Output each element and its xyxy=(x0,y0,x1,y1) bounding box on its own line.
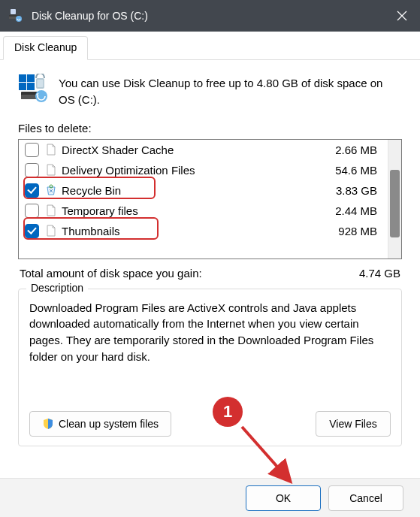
svg-rect-3 xyxy=(11,9,16,14)
tab-row: Disk Cleanup xyxy=(0,32,420,60)
tab-disk-cleanup[interactable]: Disk Cleanup xyxy=(3,36,88,60)
close-button[interactable] xyxy=(384,0,420,32)
files-to-delete-label: Files to delete: xyxy=(18,122,402,135)
file-icon xyxy=(45,204,57,216)
file-row[interactable]: DirectX Shader Cache 2.66 MB xyxy=(19,140,388,160)
svg-rect-7 xyxy=(19,83,26,90)
file-row[interactable]: Thumbnails 928 MB xyxy=(19,221,388,241)
svg-rect-13 xyxy=(38,80,44,87)
cleanup-system-files-button[interactable]: Clean up system files xyxy=(29,411,171,437)
description-legend: Description xyxy=(26,282,88,294)
cleanup-system-files-label: Clean up system files xyxy=(59,418,159,430)
file-icon xyxy=(45,225,57,237)
dialog-footer: OK Cancel xyxy=(0,478,420,517)
file-row[interactable]: Delivery Optimization Files 54.6 MB xyxy=(19,160,388,180)
file-size: 3.83 GB xyxy=(323,184,383,197)
file-icon xyxy=(45,144,57,156)
checkbox[interactable] xyxy=(25,204,39,218)
disk-cleanup-icon xyxy=(9,8,24,23)
checkbox[interactable] xyxy=(25,143,39,157)
file-list-box: DirectX Shader Cache 2.66 MB Delivery Op… xyxy=(18,139,402,259)
dialog-body: You can use Disk Cleanup to free up to 4… xyxy=(0,60,420,464)
file-name: Delivery Optimization Files xyxy=(62,164,323,177)
checkbox[interactable] xyxy=(25,183,39,198)
ok-button[interactable]: OK xyxy=(246,485,321,511)
description-group: Description Downloaded Program Files are… xyxy=(18,289,402,446)
file-name: Recycle Bin xyxy=(62,184,323,197)
file-list-scrollbar[interactable] xyxy=(388,140,401,258)
total-label: Total amount of disk space you gain: xyxy=(20,267,202,280)
shield-icon xyxy=(42,418,54,430)
file-name: Temporary files xyxy=(62,204,323,217)
file-icon xyxy=(45,164,57,176)
file-list: DirectX Shader Cache 2.66 MB Delivery Op… xyxy=(19,140,388,258)
file-name: DirectX Shader Cache xyxy=(62,144,323,156)
close-icon xyxy=(397,11,407,21)
file-row[interactable]: Recycle Bin 3.83 GB xyxy=(19,180,388,201)
view-files-label: View Files xyxy=(329,418,377,430)
checkbox[interactable] xyxy=(25,224,39,238)
cancel-button[interactable]: Cancel xyxy=(328,485,403,511)
file-row[interactable]: Temporary files 2.44 MB xyxy=(19,201,388,221)
file-size: 54.6 MB xyxy=(323,164,383,177)
svg-rect-5 xyxy=(19,74,26,82)
view-files-button[interactable]: View Files xyxy=(316,411,391,437)
intro-row: You can use Disk Cleanup to free up to 4… xyxy=(18,74,402,108)
svg-point-4 xyxy=(16,16,22,22)
checkbox[interactable] xyxy=(25,163,39,177)
scrollbar-thumb[interactable] xyxy=(390,170,400,237)
ok-label: OK xyxy=(276,492,291,504)
window-titlebar: Disk Cleanup for OS (C:) xyxy=(0,0,420,32)
svg-rect-6 xyxy=(27,74,35,82)
svg-rect-8 xyxy=(27,83,35,90)
cancel-label: Cancel xyxy=(349,492,382,504)
description-text: Downloaded Program Files are ActiveX con… xyxy=(29,300,391,365)
recycle-bin-icon xyxy=(45,184,57,196)
disk-cleanup-large-icon xyxy=(18,74,48,104)
file-size: 2.44 MB xyxy=(323,204,383,217)
file-name: Thumbnails xyxy=(62,225,323,237)
total-value: 4.74 GB xyxy=(359,267,400,280)
file-size: 928 MB xyxy=(323,225,383,237)
window-title: Disk Cleanup for OS (C:) xyxy=(32,10,148,22)
total-row: Total amount of disk space you gain: 4.7… xyxy=(20,267,400,280)
intro-text: You can use Disk Cleanup to free up to 4… xyxy=(59,74,402,108)
file-size: 2.66 MB xyxy=(323,144,383,156)
